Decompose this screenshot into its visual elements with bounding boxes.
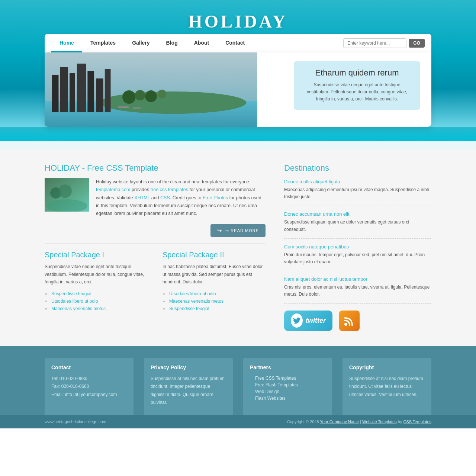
main-content: HOLIDAY - Free CSS Template: [0, 149, 476, 346]
footer: Contact Tel: 010-020-0880 Fax: 020-010-0…: [0, 346, 476, 415]
package-2: Special Package II In hac habitasse plat…: [163, 251, 266, 312]
footer-copyright-text: Suspendisse at nisi nec diam pretium tin…: [349, 375, 425, 399]
twitter-label: twitter: [306, 317, 326, 325]
package-2-title: Special Package II: [163, 251, 266, 259]
partner-3[interactable]: Web Design: [250, 388, 325, 395]
footer-separator: |: [360, 419, 361, 424]
footer-bottom: www.heritagechristiancollege.com Copyrig…: [0, 415, 476, 428]
svg-rect-4: [60, 67, 68, 112]
footer-bottom-right: Copyright © 2048 Your Company Name | Web…: [287, 419, 431, 424]
top-area: HOLIDAY Home Templates Gallery Blog Abou…: [0, 0, 476, 127]
footer-tel: Tel: 010-020-0880: [51, 376, 87, 381]
nav-search: GO: [343, 38, 425, 48]
nav-home[interactable]: Home: [51, 34, 82, 52]
hero-text-box: Etharum quidem rerum Suspendisse vitae n…: [294, 61, 420, 110]
search-button[interactable]: GO: [409, 39, 425, 48]
package-2-list: Utsodales libero ut odio Maecenas venena…: [163, 290, 266, 312]
packages-row: Special Package I Suspendisse vitae nequ…: [45, 251, 266, 312]
svg-point-2: [100, 91, 246, 114]
svg-rect-8: [96, 78, 103, 112]
nav-links: Home Templates Gallery Blog About Contac…: [51, 34, 343, 52]
package-1-item-3: Maecenas venenatis metus: [45, 305, 148, 312]
dest-item-1: Donec mollis aliquet ligula Maecenas adi…: [284, 179, 431, 206]
footer-contact: Contact Tel: 010-020-0880 Fax: 020-010-0…: [45, 358, 134, 415]
footer-contact-info: Tel: 010-020-0880 Fax: 020-010-0660 Emai…: [51, 375, 127, 399]
nav-templates[interactable]: Templates: [82, 34, 124, 52]
company-link[interactable]: Your Company Name: [320, 419, 359, 424]
css-templates-link[interactable]: CSS Templates: [403, 419, 431, 424]
footer-copyright-title: Copyright: [349, 364, 425, 370]
dest-4-text: Cras nisl eros, elementum eu, iaculis vi…: [284, 284, 431, 298]
footer-contact-title: Contact: [51, 364, 127, 370]
intro-block: Holiday website layout is one of the cle…: [45, 178, 266, 218]
footer-copyright: Copyright © 2048: [287, 419, 319, 424]
footer-privacy-text: Suspendisse at nisi nec diam pretium tin…: [151, 375, 226, 407]
social-row: twitter: [284, 311, 431, 331]
package-2-item-1: Utsodales libero ut odio: [163, 290, 266, 298]
package-2-item-3: Suspendisse feugiat: [163, 305, 266, 312]
svg-rect-5: [70, 73, 75, 112]
svg-rect-15: [133, 107, 141, 109]
footer-email: Email: info [at] yourcompany.com: [51, 392, 117, 397]
divider: [45, 244, 266, 244]
destinations-title: Destinations: [284, 163, 431, 173]
footer-by: by: [398, 419, 402, 424]
nav-contact[interactable]: Contact: [217, 34, 253, 52]
hero-text: Suspendisse vitae neque eget ante tristi…: [302, 81, 412, 103]
dest-2-text: Suspendisse aliquam quam ac dolor venena…: [284, 219, 431, 233]
package-1-item-2: Utsodales libero ut odio: [45, 298, 148, 305]
content-row: HOLIDAY - Free CSS Template: [45, 163, 431, 331]
dest-item-4: Nam aliquet dolor ac nisl luctus tempor …: [284, 276, 431, 303]
svg-point-10: [122, 90, 136, 104]
css-link[interactable]: CSS: [160, 195, 170, 200]
footer-bottom-left: www.heritagechristiancollege.com: [45, 419, 106, 424]
site-title: HOLIDAY: [0, 11, 476, 32]
read-more-container: ↪ READ MORE: [45, 224, 266, 237]
search-input[interactable]: [343, 38, 406, 48]
package-1-list: Suspendisse feugiat Utsodales libero ut …: [45, 290, 148, 312]
main-section-title: HOLIDAY - Free CSS Template: [45, 163, 266, 173]
svg-point-12: [145, 90, 157, 102]
xhtml-link[interactable]: XHTML: [134, 195, 150, 200]
dest-3-title: Cum sociis natoque penatibus: [284, 244, 431, 250]
dest-3-text: Proin dui mauris, tempor eget, pulvinar …: [284, 251, 431, 266]
nav-about[interactable]: About: [186, 34, 217, 52]
footer-partners-list: Free CSS Templates Free Flash Templates …: [250, 375, 325, 402]
svg-point-20: [344, 323, 347, 326]
footer-fax: Fax: 020-010-0660: [51, 384, 89, 389]
intro-image: [45, 178, 89, 212]
nav-gallery[interactable]: Gallery: [124, 34, 158, 52]
website-templates-link[interactable]: Website Templates: [362, 419, 397, 424]
read-more-button[interactable]: ↪ READ MORE: [210, 224, 266, 237]
dest-item-3: Cum sociis natoque penatibus Proin dui m…: [284, 244, 431, 271]
package-2-item-2: Maecenas venenatis metus: [163, 298, 266, 305]
nav-bar: Home Templates Gallery Blog About Contac…: [45, 34, 431, 52]
twitter-badge[interactable]: twitter: [284, 311, 332, 331]
dest-4-title: Nam aliquet dolor ac nisl luctus tempor: [284, 276, 431, 282]
partner-4[interactable]: Flash Websites: [250, 395, 325, 402]
left-column: HOLIDAY - Free CSS Template: [45, 163, 266, 331]
package-1: Special Package I Suspendisse vitae nequ…: [45, 251, 148, 312]
free-photos-link[interactable]: Free Photos: [203, 195, 228, 200]
twitter-bird-icon: [291, 313, 303, 328]
svg-point-19: [58, 184, 72, 198]
svg-rect-7: [87, 71, 94, 112]
templatemo-link[interactable]: templatemo.com: [96, 187, 130, 192]
footer-copyright-col: Copyright Suspendisse at nisi nec diam p…: [342, 358, 431, 415]
footer-partners-title: Partners: [250, 364, 325, 370]
package-2-text: In hac habitasse platea dictumst. Fusce …: [163, 263, 266, 286]
partner-1[interactable]: Free CSS Templates: [250, 375, 325, 382]
footer-privacy: Privacy Policy Suspendisse at nisi nec d…: [144, 358, 233, 415]
rss-badge[interactable]: [339, 311, 360, 331]
nav-blog[interactable]: Blog: [158, 34, 186, 52]
intro-text: Holiday website layout is one of the cle…: [96, 178, 266, 218]
free-css-link[interactable]: free css templates: [151, 187, 188, 192]
package-1-title: Special Package I: [45, 251, 148, 259]
svg-rect-3: [52, 75, 59, 112]
partner-2[interactable]: Free Flash Templates: [250, 382, 325, 388]
dest-2-title: Donec accumsan urna non elit: [284, 211, 431, 217]
light-strip: [0, 141, 476, 149]
svg-point-13: [158, 90, 167, 99]
footer-row: Contact Tel: 010-020-0880 Fax: 020-010-0…: [45, 358, 431, 415]
hero-cityscape: [45, 52, 257, 127]
